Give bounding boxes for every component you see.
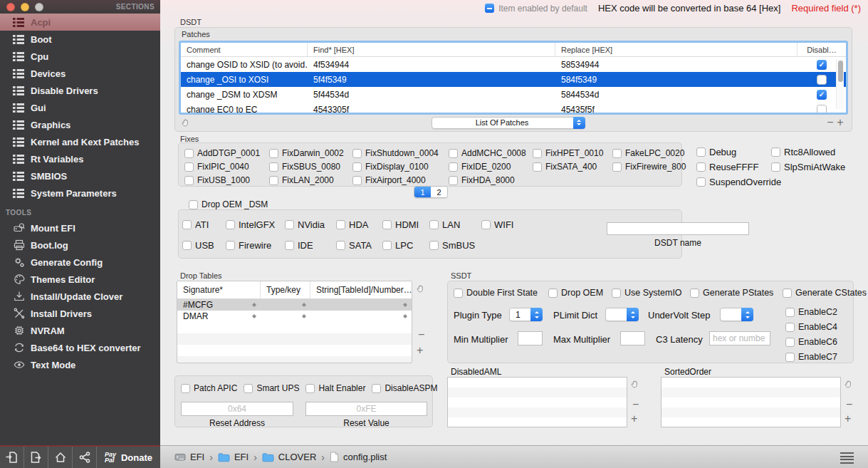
- sorted-order-list[interactable]: [661, 377, 841, 427]
- list-of-patches-select[interactable]: List Of Patches: [432, 117, 585, 129]
- max-multiplier-input[interactable]: [620, 331, 645, 345]
- drag-hand-icon[interactable]: [631, 380, 640, 389]
- remove-table-button[interactable]: −: [418, 330, 424, 340]
- patch-row[interactable]: change OSID to XSID (to avoid… 4f534944 …: [181, 57, 846, 72]
- add-patch-button[interactable]: +: [835, 118, 845, 128]
- device-checkbox[interactable]: USB: [182, 240, 226, 251]
- column-header-find[interactable]: Find* [HEX]: [308, 43, 555, 56]
- sidebar-item[interactable]: Disable Drivers: [0, 82, 160, 99]
- scrollbar-thumb[interactable]: [838, 61, 843, 82]
- home-button[interactable]: [48, 447, 73, 468]
- column-header-string[interactable]: String[TableId]/Number…: [310, 281, 412, 298]
- apic-checkbox[interactable]: DisableASPM: [372, 383, 437, 393]
- fix-checkbox[interactable]: FakeLPC_0020: [612, 148, 686, 158]
- remove-disabled-aml-button[interactable]: −: [632, 400, 639, 410]
- device-checkbox[interactable]: SATA: [336, 240, 382, 251]
- stepper-icon[interactable]: [251, 312, 257, 321]
- tool-generate-config[interactable]: Generate Config: [0, 254, 160, 271]
- apic-checkbox[interactable]: Halt Enabler: [305, 383, 365, 393]
- fix-checkbox[interactable]: FixIDE_0200: [449, 162, 533, 172]
- stepper-icon[interactable]: [402, 312, 408, 321]
- tool-nvram[interactable]: NVRAM: [0, 322, 160, 339]
- patch-disabled-checkbox[interactable]: [817, 90, 827, 100]
- tool-install-update-clover[interactable]: Install/Update Clover: [0, 288, 160, 305]
- breadcrumb-item-efi-folder[interactable]: EFI: [218, 452, 249, 462]
- table-scrollbar[interactable]: [836, 59, 844, 109]
- breadcrumb-item-clover-folder[interactable]: CLOVER: [262, 452, 316, 462]
- sidebar-item[interactable]: Boot: [0, 31, 160, 48]
- tool-install-drivers[interactable]: Install Drivers: [0, 305, 160, 322]
- tool-text-mode[interactable]: Text Mode: [0, 356, 160, 373]
- breadcrumb-item-config-plist[interactable]: config.plist: [330, 452, 387, 462]
- tool-base64-converter[interactable]: Base64 to HEX converter: [0, 339, 160, 356]
- fix-checkbox[interactable]: FixShutdown_0004: [352, 148, 449, 158]
- apic-checkbox[interactable]: Smart UPS: [244, 383, 299, 393]
- disabled-aml-list[interactable]: [447, 377, 627, 427]
- breadcrumb-item-efi-disk[interactable]: EFI: [174, 452, 204, 462]
- reset-value-input[interactable]: [305, 402, 427, 416]
- sidebar-item[interactable]: Acpi: [0, 14, 160, 31]
- ssdt-checkbox[interactable]: Generate PStates: [690, 288, 783, 298]
- enable-cstate-checkbox[interactable]: EnableC2: [785, 307, 837, 317]
- enable-cstate-checkbox[interactable]: EnableC6: [785, 337, 837, 347]
- remove-patch-button[interactable]: −: [825, 118, 835, 128]
- stepper-icon[interactable]: [402, 301, 408, 309]
- patch-row[interactable]: change EC0 to EC 4543305f 45435f5f: [181, 102, 846, 115]
- patch-disabled-checkbox[interactable]: [817, 75, 827, 85]
- patch-row[interactable]: change _OSI to XOSI 5f4f5349 584f5349: [181, 72, 846, 87]
- drag-hand-icon[interactable]: [182, 118, 191, 128]
- sidebar-item[interactable]: Devices: [0, 65, 160, 82]
- column-header-disabled[interactable]: Disabl…: [798, 43, 846, 56]
- sidebar-item[interactable]: Cpu: [0, 48, 160, 65]
- fix-extra-checkbox[interactable]: Rtc8Allowed: [771, 147, 845, 157]
- add-disabled-aml-button[interactable]: +: [631, 414, 637, 424]
- stepper-icon[interactable]: [300, 312, 307, 321]
- device-checkbox[interactable]: LAN: [429, 219, 481, 230]
- fixes-page-1[interactable]: 1: [414, 187, 431, 197]
- fix-checkbox[interactable]: FixSBUS_0080: [269, 162, 352, 172]
- minimize-window-button[interactable]: [21, 3, 29, 11]
- patch-disabled-checkbox[interactable]: [817, 60, 827, 70]
- device-checkbox[interactable]: HDMI: [382, 219, 429, 230]
- sidebar-item[interactable]: Gui: [0, 99, 160, 116]
- device-checkbox[interactable]: IDE: [285, 240, 336, 251]
- export-config-button[interactable]: [24, 447, 48, 468]
- fix-checkbox[interactable]: FixSATA_400: [533, 162, 612, 172]
- import-config-button[interactable]: [0, 447, 24, 468]
- sidebar-item[interactable]: Kernel and Kext Patches: [0, 133, 160, 150]
- stepper-icon[interactable]: [300, 301, 307, 309]
- column-header-type[interactable]: Type/key: [261, 281, 310, 298]
- fix-extra-checkbox[interactable]: ReuseFFFF: [696, 162, 771, 172]
- add-table-button[interactable]: +: [417, 345, 423, 355]
- device-checkbox[interactable]: IntelGFX: [226, 219, 285, 230]
- plugin-type-select[interactable]: 1: [509, 308, 543, 321]
- menu-hamburger-icon[interactable]: [840, 452, 854, 465]
- c3-latency-input[interactable]: [709, 331, 770, 345]
- fix-extra-checkbox[interactable]: Debug: [696, 147, 771, 157]
- fix-checkbox[interactable]: AddMCHC_0008: [449, 148, 533, 158]
- close-window-button[interactable]: [6, 3, 15, 11]
- tool-mount-efi[interactable]: Mount EFI: [0, 219, 160, 236]
- fix-checkbox[interactable]: FixAirport_4000: [352, 175, 449, 185]
- patch-disabled-checkbox[interactable]: [817, 105, 827, 115]
- stepper-icon[interactable]: [251, 301, 257, 309]
- ssdt-checkbox[interactable]: Generate CStates: [783, 288, 867, 298]
- device-checkbox[interactable]: NVidia: [285, 219, 336, 230]
- ssdt-checkbox[interactable]: Drop OEM: [548, 288, 612, 298]
- plimit-dict-select[interactable]: [605, 308, 639, 321]
- drag-hand-icon[interactable]: [845, 380, 854, 389]
- ssdt-checkbox[interactable]: Use SystemIO: [612, 288, 690, 298]
- zoom-window-button[interactable]: [35, 3, 43, 11]
- column-header-signature[interactable]: Signature*: [177, 281, 261, 298]
- min-multiplier-input[interactable]: [518, 331, 543, 345]
- share-button[interactable]: [73, 447, 97, 468]
- undervolt-step-select[interactable]: [720, 308, 753, 321]
- fix-checkbox[interactable]: FixHPET_0010: [533, 148, 612, 158]
- fix-extra-checkbox[interactable]: SlpSmiAtWake: [771, 162, 845, 172]
- sidebar-item[interactable]: Rt Variables: [0, 150, 160, 167]
- fix-checkbox[interactable]: FixFirewire_800: [612, 162, 686, 172]
- drop-table-row[interactable]: #MCFG: [177, 299, 412, 311]
- drop-oem-dsm-checkbox[interactable]: Drop OEM _DSM: [189, 199, 268, 209]
- tool-themes-editor[interactable]: Themes Editor: [0, 271, 160, 288]
- device-checkbox[interactable]: LPC: [382, 240, 429, 251]
